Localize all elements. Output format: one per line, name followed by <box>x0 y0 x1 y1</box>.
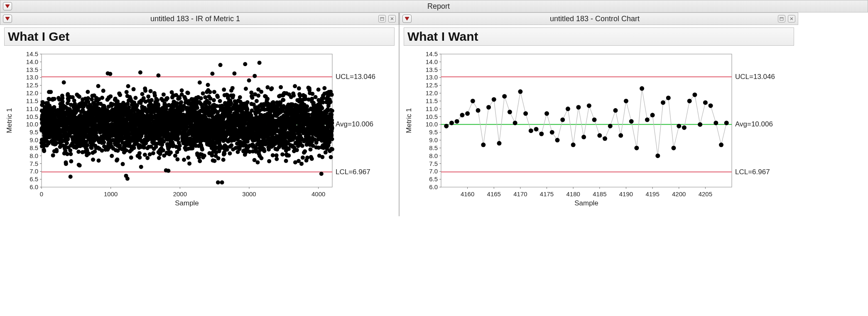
svg-point-4377 <box>687 99 692 103</box>
svg-point-2086 <box>180 88 184 92</box>
svg-point-1879 <box>165 96 169 100</box>
svg-point-3965 <box>310 157 314 161</box>
close-icon[interactable] <box>388 15 396 22</box>
svg-point-3721 <box>293 84 297 88</box>
svg-point-1479 <box>137 156 142 160</box>
close-icon[interactable] <box>788 15 795 22</box>
svg-point-4374 <box>672 146 676 150</box>
svg-point-2829 <box>231 94 235 98</box>
svg-point-1195 <box>118 93 122 97</box>
popout-icon[interactable] <box>778 15 785 22</box>
svg-point-1927 <box>169 151 173 155</box>
two-column-layout: untitled 183 - IR of Metric 1 What I Get… <box>0 12 868 216</box>
svg-text:12.0: 12.0 <box>26 89 38 96</box>
svg-point-4349 <box>539 132 544 136</box>
svg-point-4113 <box>320 106 324 110</box>
svg-text:UCL=13.046: UCL=13.046 <box>735 73 775 81</box>
svg-point-4332 <box>449 121 454 125</box>
svg-point-4367 <box>634 146 639 150</box>
svg-point-1735 <box>155 98 159 102</box>
svg-point-2804 <box>229 143 233 148</box>
svg-text:Sample: Sample <box>175 199 199 207</box>
svg-point-1476 <box>137 151 142 155</box>
svg-point-4341 <box>497 141 502 146</box>
svg-point-427 <box>65 141 69 145</box>
svg-text:13.5: 13.5 <box>26 66 38 73</box>
svg-point-245 <box>52 97 56 101</box>
svg-marker-0 <box>5 5 10 8</box>
svg-text:7.5: 7.5 <box>429 160 438 167</box>
svg-point-4335 <box>465 111 470 116</box>
svg-point-596 <box>76 150 81 154</box>
svg-text:9.5: 9.5 <box>429 128 438 136</box>
svg-point-4344 <box>513 121 517 125</box>
svg-point-4368 <box>640 86 644 91</box>
svg-point-278 <box>54 149 59 153</box>
svg-point-805 <box>91 158 95 162</box>
svg-point-4360 <box>597 133 602 138</box>
svg-point-3325 <box>265 97 270 101</box>
svg-point-2668 <box>220 180 224 185</box>
svg-point-4348 <box>534 127 539 131</box>
svg-point-3193 <box>256 94 260 98</box>
page-bottom-spacer <box>0 216 868 294</box>
svg-point-2687 <box>221 158 226 162</box>
svg-point-3974 <box>310 92 314 96</box>
svg-point-1749 <box>156 73 160 77</box>
report-disclosure-button[interactable] <box>3 2 12 10</box>
svg-point-2781 <box>228 151 232 156</box>
svg-point-1817 <box>161 148 165 153</box>
svg-point-4118 <box>320 155 324 159</box>
svg-point-611 <box>78 163 82 168</box>
svg-point-414 <box>64 162 68 166</box>
svg-text:10.0: 10.0 <box>26 121 38 128</box>
svg-point-3592 <box>284 159 288 163</box>
svg-point-886 <box>97 158 101 163</box>
svg-text:4165: 4165 <box>487 190 501 198</box>
svg-point-4334 <box>460 113 464 117</box>
svg-point-4060 <box>316 88 321 92</box>
svg-point-4163 <box>324 151 328 155</box>
svg-text:11.5: 11.5 <box>26 97 38 104</box>
svg-text:11.5: 11.5 <box>426 97 438 104</box>
svg-point-2556 <box>212 90 216 94</box>
svg-point-4375 <box>677 124 681 128</box>
svg-point-3327 <box>265 85 270 89</box>
right-chart-svg: 6.06.57.07.58.08.59.09.510.010.511.011.5… <box>404 50 790 212</box>
svg-marker-1 <box>5 17 10 20</box>
svg-point-2606 <box>216 95 220 99</box>
svg-point-2524 <box>210 153 214 158</box>
svg-text:8.5: 8.5 <box>429 144 438 151</box>
right-section-title-bar: What I Want <box>404 27 794 46</box>
svg-point-3865 <box>303 149 307 153</box>
svg-point-227 <box>51 153 55 158</box>
popout-icon[interactable] <box>378 15 386 22</box>
svg-point-4382 <box>714 121 718 125</box>
svg-point-1592 <box>145 156 150 160</box>
svg-point-4379 <box>698 122 702 127</box>
svg-point-4338 <box>481 143 485 147</box>
svg-text:LCL=6.967: LCL=6.967 <box>336 168 370 176</box>
svg-text:12.0: 12.0 <box>426 89 438 96</box>
svg-point-4235 <box>329 100 333 104</box>
svg-text:Avg=10.006: Avg=10.006 <box>336 120 373 128</box>
svg-point-2644 <box>218 63 223 67</box>
svg-point-2101 <box>181 108 185 112</box>
svg-text:10.0: 10.0 <box>426 121 438 128</box>
svg-point-4347 <box>529 128 533 133</box>
svg-point-607 <box>77 95 81 99</box>
svg-text:4190: 4190 <box>619 190 633 198</box>
svg-point-4362 <box>608 124 613 128</box>
svg-point-2927 <box>238 95 242 99</box>
svg-point-4018 <box>314 95 318 99</box>
left-pane-disclosure-button[interactable] <box>3 15 12 23</box>
svg-text:Sample: Sample <box>574 199 598 207</box>
svg-point-2494 <box>208 90 212 94</box>
svg-point-4369 <box>645 118 650 122</box>
svg-point-4355 <box>571 143 576 147</box>
svg-text:8.0: 8.0 <box>429 152 438 159</box>
right-pane-disclosure-button[interactable] <box>402 15 412 23</box>
svg-point-3895 <box>305 104 309 109</box>
svg-point-2054 <box>177 96 181 100</box>
svg-point-4340 <box>492 97 496 102</box>
